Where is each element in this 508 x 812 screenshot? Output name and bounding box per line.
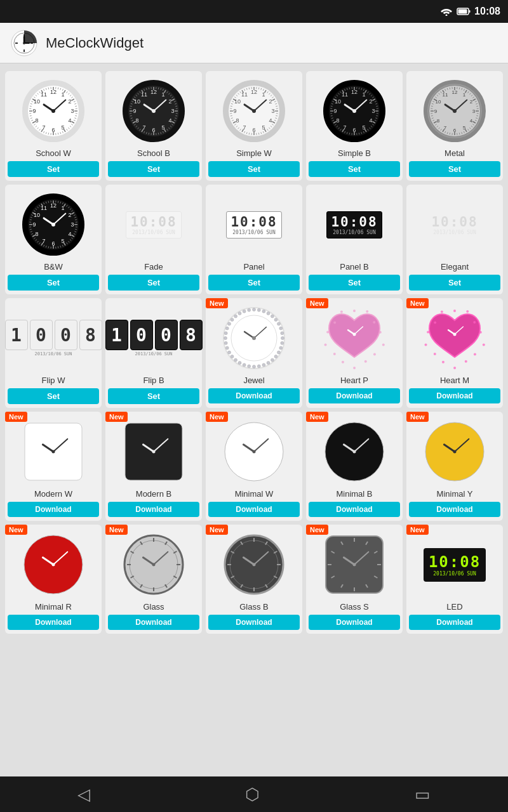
svg-text:7: 7 — [42, 238, 45, 244]
action-button-minimal-w[interactable]: Download — [208, 502, 300, 517]
app-title: MeClockWidget — [46, 35, 144, 51]
home-button[interactable]: ⬡ — [245, 785, 260, 804]
svg-text:6: 6 — [252, 127, 255, 133]
svg-point-500 — [231, 355, 234, 358]
action-button-panel[interactable]: Set — [208, 275, 300, 291]
svg-text:12: 12 — [150, 89, 157, 95]
svg-text:1: 1 — [161, 91, 164, 98]
svg-point-481 — [271, 315, 274, 318]
svg-point-398 — [453, 109, 457, 113]
svg-point-501 — [228, 351, 231, 354]
svg-text:4: 4 — [369, 117, 372, 124]
action-button-modern-b[interactable]: Download — [108, 502, 199, 517]
svg-point-522 — [373, 353, 376, 355]
action-button-school-b[interactable]: Set — [108, 161, 199, 177]
clock-label-flip-b: Flip B — [143, 376, 164, 385]
svg-text:5: 5 — [362, 124, 365, 131]
clock-item-glass-b: New Glass B Download — [206, 525, 302, 634]
svg-text:11: 11 — [41, 91, 47, 98]
svg-point-512 — [248, 308, 251, 311]
svg-text:7: 7 — [444, 125, 447, 131]
clock-label-heart-m: Heart M — [440, 376, 469, 385]
action-button-minimal-y[interactable]: Download — [409, 502, 500, 517]
svg-text:2: 2 — [68, 212, 71, 218]
action-button-simple-w[interactable]: Set — [208, 161, 300, 177]
svg-text:10: 10 — [34, 212, 40, 218]
action-button-led[interactable]: Download — [409, 615, 500, 630]
svg-point-519 — [373, 321, 375, 324]
svg-text:2: 2 — [269, 98, 272, 105]
action-button-fade[interactable]: Set — [108, 275, 199, 291]
clock-item-heart-m: New Heart M Download — [406, 298, 503, 408]
svg-point-558 — [152, 450, 156, 454]
action-button-panel-b[interactable]: Set — [309, 275, 400, 291]
clock-label-school-w: School W — [36, 148, 71, 158]
svg-point-524 — [353, 367, 356, 369]
svg-text:6: 6 — [152, 127, 155, 133]
svg-point-166 — [152, 109, 156, 113]
svg-point-479 — [262, 310, 265, 313]
action-button-flip-w[interactable]: Set — [8, 388, 99, 404]
clock-preview-glass — [119, 530, 189, 599]
clock-preview-glass-b — [219, 530, 289, 599]
clock-preview-led: 10:08 2013/10/06 SUN — [420, 530, 490, 599]
svg-text:3: 3 — [70, 221, 74, 228]
action-button-minimal-b[interactable]: Download — [309, 502, 400, 517]
svg-text:3: 3 — [472, 108, 476, 114]
svg-text:4: 4 — [68, 117, 71, 124]
action-button-bw[interactable]: Set — [8, 275, 99, 291]
svg-text:11: 11 — [241, 91, 248, 98]
action-button-heart-p[interactable]: Download — [309, 388, 400, 403]
svg-text:2: 2 — [369, 98, 372, 105]
svg-point-544 — [425, 343, 427, 346]
action-button-flip-b[interactable]: Set — [108, 388, 199, 404]
svg-point-487 — [281, 341, 284, 344]
action-button-modern-w[interactable]: Download — [8, 502, 99, 517]
action-button-glass[interactable]: Download — [108, 615, 199, 630]
svg-text:8: 8 — [236, 117, 239, 124]
action-button-jewel[interactable]: Download — [208, 388, 300, 403]
action-button-elegant[interactable]: Set — [409, 275, 500, 291]
action-button-minimal-r[interactable]: Download — [8, 615, 99, 630]
svg-text:3: 3 — [271, 108, 274, 114]
clock-item-heart-p: New Heart P Download — [306, 298, 403, 408]
action-button-school-w[interactable]: Set — [8, 161, 99, 177]
action-button-heart-m[interactable]: Download — [409, 388, 500, 403]
clock-item-minimal-y: New Minimal Y Download — [406, 412, 503, 521]
new-badge: New — [206, 525, 228, 535]
svg-point-562 — [253, 450, 256, 454]
svg-text:3: 3 — [70, 108, 74, 114]
clock-preview-minimal-b — [319, 417, 389, 487]
svg-point-539 — [474, 353, 476, 355]
back-button[interactable]: ◁ — [77, 785, 90, 804]
new-badge: New — [206, 298, 228, 308]
new-badge: New — [406, 298, 429, 308]
new-badge: New — [206, 412, 228, 422]
new-badge: New — [406, 525, 429, 535]
svg-point-486 — [281, 337, 284, 340]
svg-point-540 — [465, 360, 467, 363]
svg-point-488 — [279, 346, 283, 350]
clock-preview-minimal-y — [420, 417, 490, 487]
clock-preview-minimal-r — [18, 530, 88, 599]
svg-point-503 — [224, 341, 227, 344]
svg-text:12: 12 — [50, 202, 57, 209]
svg-point-510 — [238, 312, 241, 315]
svg-point-528 — [326, 331, 329, 334]
clock-label-glass-s: Glass S — [340, 602, 369, 612]
svg-point-508 — [231, 318, 234, 322]
clock-item-glass: New Glass Download — [105, 525, 202, 634]
svg-text:2: 2 — [470, 99, 473, 105]
recent-button[interactable]: ▭ — [415, 785, 431, 804]
clock-label-elegant: Elegant — [441, 262, 469, 272]
svg-point-89 — [51, 109, 55, 113]
action-button-glass-s[interactable]: Download — [309, 615, 400, 630]
clock-item-glass-s: New Glass S Download — [306, 525, 403, 634]
action-button-simple-b[interactable]: Set — [309, 161, 400, 177]
svg-point-526 — [333, 353, 336, 355]
svg-point-511 — [243, 310, 246, 313]
action-button-metal[interactable]: Set — [409, 161, 500, 177]
clock-preview-modern-b — [119, 417, 189, 487]
action-button-glass-b[interactable]: Download — [208, 615, 300, 630]
svg-point-624 — [353, 563, 356, 566]
